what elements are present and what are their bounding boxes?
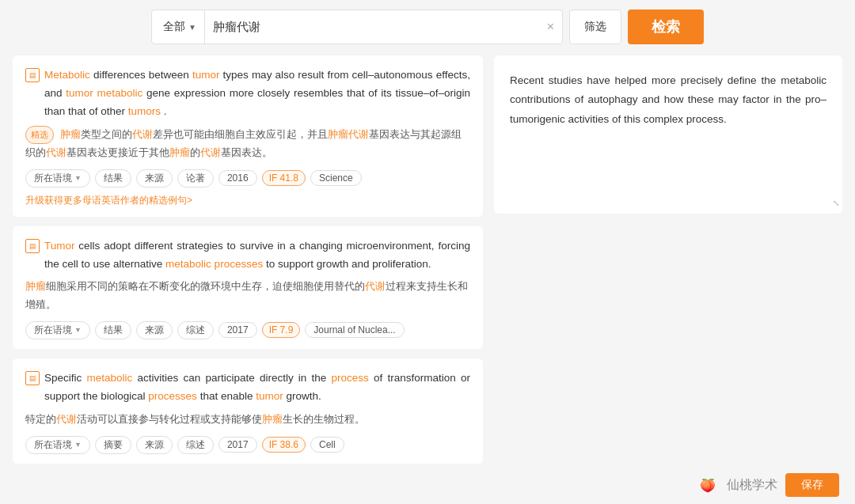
en-text: differences between: [93, 69, 192, 81]
zh-word: 肿瘤代谢: [328, 128, 369, 140]
results-panel: ▤ Metabolic differences between tumor ty…: [13, 55, 483, 473]
tag-row-1: 所在语境 ▼ 结果 来源 论著 2016 IF 41.8 Science: [25, 169, 470, 188]
tag-type[interactable]: 论著: [177, 169, 214, 188]
if-badge-3: IF 38.6: [262, 437, 306, 453]
en-word: processes: [148, 390, 197, 402]
search-input[interactable]: [205, 21, 539, 34]
if-badge-2: IF 7.9: [262, 322, 301, 338]
chevron-down-icon: ▼: [188, 23, 196, 32]
en-text: that enable: [200, 390, 256, 402]
card-icon-2: ▤: [25, 239, 40, 253]
tag-journal-2[interactable]: Journal of Nuclea...: [305, 322, 404, 338]
tag-journal-3[interactable]: Cell: [310, 437, 344, 453]
en-word: metabolic: [97, 87, 142, 99]
result-card-3: ▤ Specific metabolic activities can part…: [13, 358, 483, 464]
brand-icon: 🍑: [695, 472, 720, 498]
tag-context-3[interactable]: 所在语境 ▼: [25, 436, 90, 454]
chevron-icon: ▼: [74, 441, 82, 449]
en-word: tumor: [66, 87, 93, 99]
result-en-2: Tumor cells adopt different strategies t…: [44, 237, 470, 274]
tag-result[interactable]: 结果: [95, 169, 131, 188]
right-panel: Recent studies have helped more precisel…: [494, 55, 842, 473]
chevron-icon: ▼: [74, 174, 82, 182]
en-word: metabolic: [86, 372, 132, 384]
tag-year-3[interactable]: 2017: [218, 437, 257, 453]
filter-button[interactable]: 筛选: [569, 9, 621, 44]
en-text: Specific: [44, 372, 86, 384]
zh-text: 肿瘤类型之间的代谢差异也可能由细胞自主效应引起，并且肿瘤代谢基因表达与其起源组织…: [25, 128, 462, 158]
preview-text: Recent studies have helped more precisel…: [510, 71, 826, 129]
tag-type-2[interactable]: 综述: [177, 321, 214, 339]
tag-row-2: 所在语境 ▼ 结果 来源 综述 2017 IF 7.9 Journal of N…: [25, 321, 470, 339]
en-text: growth.: [286, 390, 321, 402]
if-badge: IF 41.8: [262, 170, 306, 186]
tag-context-2[interactable]: 所在语境 ▼: [25, 321, 90, 339]
tag-type-3[interactable]: 综述: [177, 436, 214, 454]
tag-result-2[interactable]: 结果: [95, 321, 131, 339]
zh-word: 代谢: [132, 128, 153, 140]
result-en-1: Metabolic differences between tumor type…: [44, 66, 470, 121]
en-word: Metabolic: [44, 69, 90, 81]
brand-name: 仙桃学术: [727, 477, 777, 494]
card-header-3: ▤ Specific metabolic activities can part…: [25, 369, 470, 406]
result-zh-3: 特定的代谢活动可以直接参与转化过程或支持能够使肿瘤生长的生物过程。: [25, 411, 470, 428]
search-select[interactable]: 全部 ▼: [152, 10, 205, 44]
en-word: tumors: [128, 105, 161, 117]
zh-word: 肿瘤: [262, 413, 283, 425]
tag-source-3[interactable]: 来源: [136, 436, 173, 454]
en-word: Tumor: [44, 240, 75, 252]
en-text: activities can participate directly in t…: [137, 372, 331, 384]
upgrade-link[interactable]: 升级获得更多母语英语作者的精选例句>: [25, 194, 470, 207]
tag-source-2[interactable]: 来源: [136, 321, 173, 339]
en-text: .: [164, 105, 167, 117]
zh-word: 肿瘤: [169, 146, 190, 158]
bottom-bar: 🍑 仙桃学术 保存: [0, 466, 855, 504]
result-card: ▤ Metabolic differences between tumor ty…: [13, 55, 483, 217]
en-word: process: [332, 372, 369, 384]
en-word: tumor: [256, 390, 283, 402]
brand-logo: 🍑 仙桃学术: [695, 472, 777, 498]
chevron-icon: ▼: [74, 326, 82, 334]
card-icon-3: ▤: [25, 371, 40, 385]
tag-year-2[interactable]: 2017: [218, 322, 257, 338]
zh-word: 肿瘤: [60, 128, 81, 140]
save-button[interactable]: 保存: [785, 473, 839, 497]
main-layout: ▤ Metabolic differences between tumor ty…: [0, 55, 855, 473]
resize-handle[interactable]: ⤡: [833, 196, 839, 210]
preview-card: Recent studies have helped more precisel…: [494, 55, 842, 214]
result-en-3: Specific metabolic activities can partic…: [44, 369, 470, 406]
zh-word: 代谢: [46, 146, 66, 158]
tag-context[interactable]: 所在语境 ▼: [25, 169, 90, 188]
tag-year[interactable]: 2016: [218, 170, 257, 186]
search-bar-container: 全部 ▼ × 筛选 检索: [0, 0, 855, 55]
card-icon: ▤: [25, 68, 40, 82]
en-word: metabolic processes: [165, 258, 263, 270]
zh-word: 代谢: [365, 280, 386, 292]
tag-source[interactable]: 来源: [136, 169, 173, 188]
zh-word: 代谢: [200, 146, 221, 158]
result-zh-2: 肿瘤细胞采用不同的策略在不断变化的微环境中生存，迫使细胞使用替代的代谢过程来支持…: [25, 278, 470, 313]
zh-word: 肿瘤: [25, 280, 46, 292]
select-label: 全部: [163, 20, 185, 34]
zh-word: 代谢: [56, 413, 77, 425]
card-header: ▤ Metabolic differences between tumor ty…: [25, 66, 470, 121]
tag-row-3: 所在语境 ▼ 摘要 来源 综述 2017 IF 38.6 Cell: [25, 436, 470, 454]
card-header-2: ▤ Tumor cells adopt different strategies…: [25, 237, 470, 274]
result-zh-1: 精选 肿瘤类型之间的代谢差异也可能由细胞自主效应引起，并且肿瘤代谢基因表达与其起…: [25, 126, 470, 161]
result-card-2: ▤ Tumor cells adopt different strategies…: [13, 226, 483, 349]
jingxuan-badge: 精选: [25, 126, 54, 144]
tag-abstract[interactable]: 摘要: [95, 436, 131, 454]
search-box: 全部 ▼ ×: [151, 9, 563, 44]
search-button[interactable]: 检索: [628, 9, 704, 44]
clear-icon[interactable]: ×: [539, 20, 562, 34]
en-text: to support growth and proliferation.: [266, 258, 431, 270]
tag-journal[interactable]: Science: [310, 170, 362, 186]
en-word: tumor: [192, 69, 220, 81]
